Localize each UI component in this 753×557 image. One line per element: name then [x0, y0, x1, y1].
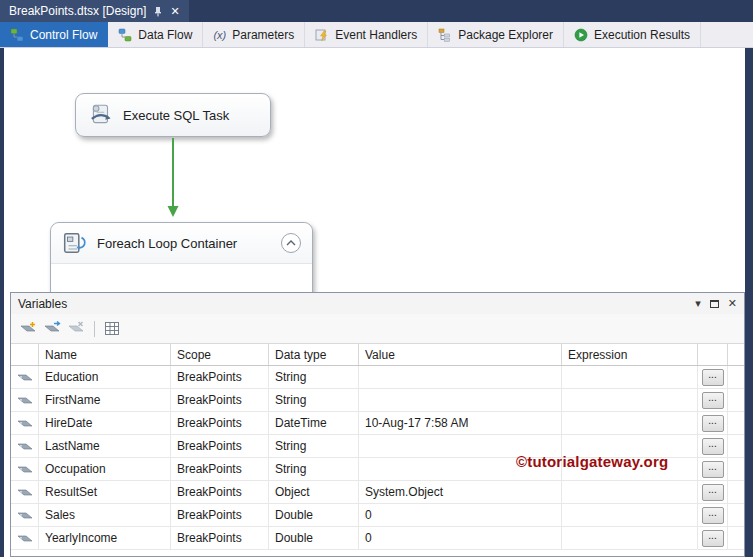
variable-name: HireDate	[39, 412, 171, 434]
table-row[interactable]: HireDate BreakPoints DateTime 10-Aug-17 …	[11, 412, 744, 435]
column-header-scope[interactable]: Scope	[171, 344, 269, 365]
add-variable-button[interactable]	[20, 321, 37, 336]
maximize-icon[interactable]	[710, 300, 719, 308]
precedence-constraint-arrow[interactable]	[166, 138, 180, 218]
table-row[interactable]: FirstName BreakPoints String ...	[11, 389, 744, 412]
variable-datatype: Double	[269, 527, 359, 549]
table-row[interactable]: YearlyIncome BreakPoints Double 0 ...	[11, 527, 744, 550]
variable-icon	[17, 440, 33, 452]
variable-icon	[17, 532, 33, 544]
expression-ellipsis-button[interactable]: ...	[702, 415, 724, 432]
variable-scope: BreakPoints	[171, 458, 269, 480]
variable-expression	[562, 366, 698, 388]
tab-label: Parameters	[232, 28, 294, 42]
column-header-value[interactable]: Value	[359, 344, 562, 365]
tab-data-flow[interactable]: Data Flow	[108, 22, 203, 47]
variable-icon	[17, 394, 33, 406]
variable-expression	[562, 481, 698, 503]
variable-expression	[562, 412, 698, 434]
panel-titlebar-buttons: ▾ ✕	[695, 298, 737, 309]
variable-name: Occupation	[39, 458, 171, 480]
variables-toolbar	[11, 314, 744, 344]
variable-name: LastName	[39, 435, 171, 457]
variable-value	[359, 366, 562, 388]
execution-results-icon	[574, 28, 588, 42]
tab-event-handlers[interactable]: Event Handlers	[305, 22, 428, 47]
table-row[interactable]: Education BreakPoints String ...	[11, 366, 744, 389]
event-handlers-icon	[315, 28, 329, 42]
column-header-expression[interactable]: Expression	[562, 344, 698, 365]
variable-expression	[562, 389, 698, 411]
foreach-loop-icon	[62, 230, 88, 256]
variable-name: FirstName	[39, 389, 171, 411]
variable-scope: BreakPoints	[171, 481, 269, 503]
tab-package-explorer[interactable]: Package Explorer	[428, 22, 564, 47]
variable-scope: BreakPoints	[171, 504, 269, 526]
tab-execution-results[interactable]: Execution Results	[564, 22, 701, 47]
tab-control-flow[interactable]: Control Flow	[0, 22, 108, 47]
column-header-icon	[11, 344, 39, 365]
package-explorer-icon	[438, 28, 452, 42]
close-icon[interactable]: ✕	[170, 5, 179, 18]
variables-panel: Variables ▾ ✕ Name Scope D	[10, 292, 745, 557]
document-tab[interactable]: BreakPoints.dtsx [Design] ✕	[0, 0, 189, 22]
table-row[interactable]: ResultSet BreakPoints Object System.Obje…	[11, 481, 744, 504]
tab-label: Event Handlers	[335, 28, 417, 42]
variable-name: Sales	[39, 504, 171, 526]
variable-scope: BreakPoints	[171, 366, 269, 388]
column-header-name[interactable]: Name	[39, 344, 171, 365]
variable-icon	[17, 463, 33, 475]
variable-icon	[17, 417, 33, 429]
delete-variable-button[interactable]	[68, 321, 85, 336]
pin-icon[interactable]	[153, 6, 163, 17]
watermark: ©tutorialgateway.org	[516, 453, 668, 470]
expression-ellipsis-button[interactable]: ...	[702, 530, 724, 547]
collapse-button[interactable]	[281, 233, 301, 253]
data-flow-icon	[118, 28, 132, 42]
variable-icon	[17, 509, 33, 521]
variable-datatype: Double	[269, 504, 359, 526]
variable-scope: BreakPoints	[171, 435, 269, 457]
execute-sql-task[interactable]: Execute SQL Task	[75, 93, 271, 137]
expression-ellipsis-button[interactable]: ...	[702, 507, 724, 524]
variable-icon	[17, 371, 33, 383]
table-row[interactable]: Sales BreakPoints Double 0 ...	[11, 504, 744, 527]
move-variable-button[interactable]	[44, 321, 61, 336]
variable-icon	[17, 486, 33, 498]
variable-expression	[562, 504, 698, 526]
window-position-icon[interactable]: ▾	[695, 298, 701, 309]
toolbar-separator	[94, 321, 95, 337]
column-header-data-type[interactable]: Data type	[269, 344, 359, 365]
task-label: Execute SQL Task	[123, 108, 229, 123]
tab-parameters[interactable]: (x) Parameters	[203, 22, 305, 47]
variable-datatype: String	[269, 458, 359, 480]
variable-value: System.Object	[359, 481, 562, 503]
variable-value: 0	[359, 504, 562, 526]
variable-expression	[562, 527, 698, 549]
close-icon[interactable]: ✕	[728, 298, 737, 309]
variable-datatype: Object	[269, 481, 359, 503]
expression-ellipsis-button[interactable]: ...	[702, 484, 724, 501]
expression-ellipsis-button[interactable]: ...	[702, 438, 724, 455]
variable-value: 10-Aug-17 7:58 AM	[359, 412, 562, 434]
grid-options-button[interactable]	[104, 321, 121, 336]
variables-panel-titlebar[interactable]: Variables ▾ ✕	[11, 293, 744, 314]
tab-label: Control Flow	[30, 28, 97, 42]
variable-datatype: String	[269, 435, 359, 457]
document-tab-title: BreakPoints.dtsx [Design]	[9, 4, 146, 18]
variable-scope: BreakPoints	[171, 412, 269, 434]
variable-value: 0	[359, 527, 562, 549]
panel-title: Variables	[18, 297, 67, 311]
expression-ellipsis-button[interactable]: ...	[702, 392, 724, 409]
document-tab-bar: BreakPoints.dtsx [Design] ✕	[0, 0, 753, 22]
column-header-blank	[698, 344, 728, 365]
control-flow-icon	[10, 28, 24, 42]
expression-ellipsis-button[interactable]: ...	[702, 461, 724, 478]
chevron-up-icon	[286, 240, 296, 246]
tab-label: Package Explorer	[458, 28, 553, 42]
column-header-blank	[728, 344, 744, 365]
expression-ellipsis-button[interactable]: ...	[702, 369, 724, 386]
tab-label: Execution Results	[594, 28, 690, 42]
foreach-loop-header[interactable]: Foreach Loop Container	[51, 223, 312, 264]
variable-datatype: String	[269, 366, 359, 388]
